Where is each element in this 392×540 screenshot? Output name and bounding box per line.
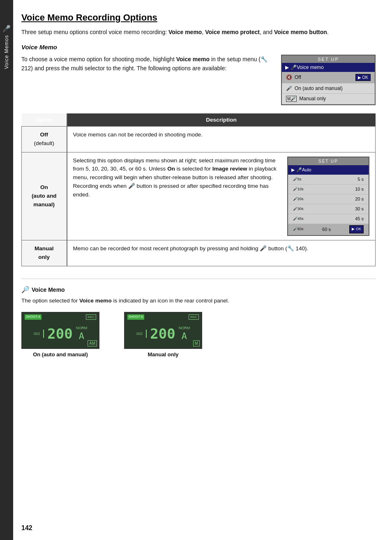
intro-bold2: Voice memo protect [205, 29, 260, 35]
table-row-manual: Manualonly Memo can be recorded for most… [22, 240, 376, 266]
menu-item-off-icon: 🔇 [286, 74, 292, 80]
lcd-iso-auto: ISO [34, 332, 40, 336]
option-on-label: On(auto andmanual) [32, 184, 57, 208]
vm-para-text1: To choose a voice memo option for shooti… [21, 56, 176, 62]
desc-on-inner: Selecting this option displays menu show… [73, 157, 370, 236]
bottom-text: The option selected for Voice memo is in… [21, 297, 376, 305]
lcd-caption-manual: Manual only [148, 351, 178, 358]
intro-bold3: Voice memo button [274, 29, 327, 35]
lcd-top-row-manual: SHOOT A REC [127, 314, 199, 320]
option-cell-on: On(auto andmanual) [22, 152, 67, 240]
vm-para-text2: in the setup menu ( [210, 56, 261, 62]
menu2-label-10s: 10 s [355, 186, 364, 193]
menu-item-manual: M🎤 Manual only [282, 94, 375, 104]
setup-menu-header-label: 🎤Voice memo [291, 65, 324, 70]
menu2-row-5s: 🎤5s 5 s [288, 175, 369, 185]
lcd-norm-a-manual: NORM A [179, 326, 190, 341]
setup-menu-header: ▶ 🎤Voice memo [282, 63, 375, 72]
lcd-top-row-auto: SHOOT A REC [25, 314, 96, 320]
menu-item-on-label: On (auto and manual) [295, 85, 343, 91]
lcd-norm-auto: NORM [76, 326, 88, 330]
menu2-row-10s: 🎤10s 10 s [288, 185, 369, 194]
menu-item-on-icon: 🎤 [286, 85, 292, 91]
intro-row: To choose a voice memo option for shooti… [21, 55, 376, 105]
lcd-panel-manual: SHOOT A REC ISO 200 NORM A [124, 312, 202, 358]
desc-on-text: Selecting this option displays menu show… [73, 157, 283, 200]
bottom-heading: 🔎 Voice Memo [21, 286, 376, 293]
option-cell-off: Off (default) [22, 126, 67, 152]
option-off-label: Off [40, 132, 48, 138]
bottom-heading-label: Voice Memo [32, 286, 65, 293]
intro-paragraph: Three setup menu options control voice m… [21, 28, 376, 37]
lcd-caption-auto: On (auto and manual) [33, 351, 88, 358]
page: 🎤 Voice Memos Voice Memo Recording Optio… [0, 0, 392, 540]
lcd-shoot-label-auto: SHOOT A [25, 314, 42, 320]
menu2-row-30s: 🎤30s 30 s [288, 204, 369, 214]
bottom-text-after: is indicated by an icon in the rear cont… [112, 298, 229, 304]
lcd-middle-manual: ISO 200 NORM A [127, 321, 199, 346]
intro-bold1: Voice memo [168, 29, 202, 35]
voice-memo-heading: Voice Memo [21, 44, 376, 51]
menu2-row-45s: 🎤45s 45 s [288, 214, 369, 224]
lcd-mode-badge-manual: M [193, 340, 200, 346]
desc-cell-on: Selecting this option displays menu show… [67, 152, 376, 240]
setup-menu2-header-icon: ▶ [291, 166, 295, 173]
bottom-heading-icon: 🔎 [21, 286, 30, 293]
menu-item-off: 🔇 Off ▶ OK [282, 72, 375, 83]
menu2-icon-45s: 🎤45s [293, 216, 304, 222]
menu2-ok-button: ▶ OK [349, 225, 364, 233]
side-tab-label: Voice Memos [4, 35, 9, 69]
lcd-iso-manual: ISO [136, 332, 143, 336]
menu2-row-60s: 🎤60s 60 s ▶ OK [288, 224, 369, 235]
desc-off-text: Voice memos can not be recorded in shoot… [73, 132, 203, 138]
menu2-icon-10s: 🎤10s [293, 187, 304, 192]
option-off-sub: (default) [34, 140, 54, 146]
lcd-shoot-label-manual: SHOOT A [127, 314, 144, 320]
table-header-description: Description [67, 113, 376, 127]
menu-item-manual-icon: M🎤 [286, 96, 297, 102]
menu-item-manual-label: Manual only [299, 96, 326, 102]
setup-menu-screenshot: SET UP ▶ 🎤Voice memo 🔇 Off ▶ OK 🎤 On (au… [281, 55, 376, 105]
lcd-number-auto: 200 [47, 327, 72, 341]
intro-after: . [327, 29, 329, 35]
menu2-icon-30s: 🎤30s [293, 206, 304, 212]
lcd-rec-label-auto: REC [86, 314, 96, 320]
lcd-panels: SHOOT A REC ISO 200 NORM A [21, 312, 376, 358]
page-number: 142 [21, 524, 32, 532]
menu2-icon-5s: 🎤5s [293, 177, 302, 182]
vm-para-bold: Voice memo [176, 56, 210, 62]
setup-menu2-header-label: 🎤Auto [296, 166, 311, 173]
menu2-label-30s: 30 s [355, 205, 364, 212]
lcd-separator-manual [146, 330, 147, 338]
lcd-panel-auto: SHOOT A REC ISO 200 NORM A [21, 312, 99, 358]
menu2-label-60s: 60 s [322, 226, 331, 233]
table-row-off: Off (default) Voice memos can not be rec… [22, 126, 376, 152]
menu2-label-45s: 45 s [355, 215, 364, 222]
option-cell-manual: Manualonly [22, 240, 67, 266]
menu-item-off-label: Off [295, 74, 301, 80]
setup-menu-header-icon: ▶ [285, 65, 289, 70]
table-header-option: Option [22, 113, 67, 127]
table-row-on: On(auto andmanual) Selecting this option… [22, 152, 376, 240]
page-title: Voice Memo Recording Options [21, 12, 376, 23]
setup-menu2-screenshot: SET UP ▶ 🎤Auto 🎤5s 5 s [287, 157, 369, 236]
menu2-label-20s: 20 s [355, 196, 364, 203]
bottom-text-bold: Voice memo [79, 298, 112, 304]
setup-menu2-header: ▶ 🎤Auto [288, 165, 369, 175]
menu2-icon-20s: 🎤20s [293, 196, 304, 202]
ok-button: ▶ OK [355, 74, 371, 81]
lcd-norm-a-auto: NORM A [76, 326, 88, 341]
intro-col-text: To choose a voice memo option for shooti… [21, 55, 273, 73]
setup-menu-title: SET UP [282, 55, 375, 63]
side-tab-icon: 🎤 [2, 25, 11, 32]
vm-para-text3: ) and press the multi selector to the ri… [31, 65, 226, 72]
menu2-label-5s: 5 s [357, 176, 364, 183]
desc-cell-off: Voice memos can not be recorded in shoot… [67, 126, 376, 152]
options-table: Option Description Off (default) Voice m… [21, 113, 376, 266]
intro-between2: , and [260, 29, 274, 35]
lcd-rec-label-manual: REC [189, 314, 199, 320]
intro-text-before: Three setup menu options control voice m… [21, 29, 168, 35]
lcd-number-manual: 200 [150, 327, 175, 341]
lcd-norm-manual: NORM [179, 326, 190, 330]
menu2-row-20s: 🎤20s 20 s [288, 194, 369, 204]
